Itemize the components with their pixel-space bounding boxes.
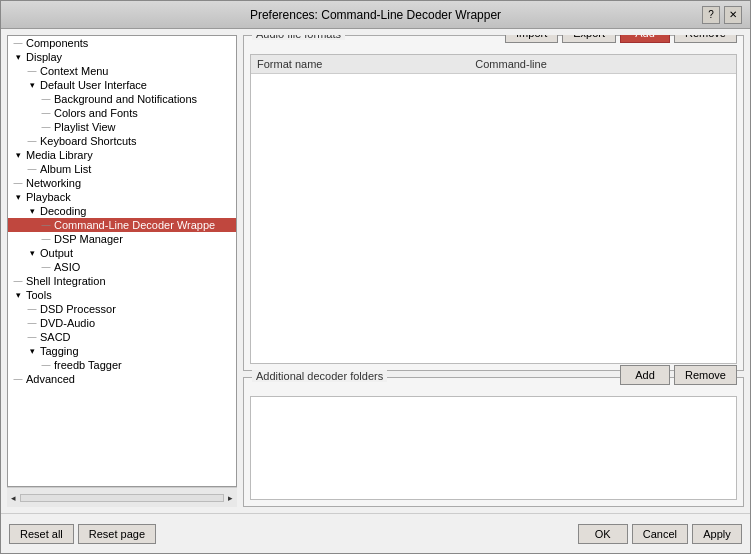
tree-item-playback[interactable]: ▾Playback (8, 190, 236, 204)
tree-item-decoding[interactable]: ▾Decoding (8, 204, 236, 218)
export-button[interactable]: Export (562, 35, 616, 43)
tree-label-dsp-manager: DSP Manager (54, 233, 123, 245)
col-command-line: Command-line (469, 55, 736, 74)
tree-item-dsp-manager[interactable]: —DSP Manager (8, 232, 236, 246)
tree-label-advanced: Advanced (26, 373, 75, 385)
help-button[interactable]: ? (702, 6, 720, 24)
remove-folder-button[interactable]: Remove (674, 365, 737, 385)
tree-item-colors-fonts[interactable]: —Colors and Fonts (8, 106, 236, 120)
tree-label-tools: Tools (26, 289, 52, 301)
tree-scroll-bar[interactable]: ◂ ▸ (7, 487, 237, 507)
remove-format-button[interactable]: Remove (674, 35, 737, 43)
audio-formats-toolbar: Import Export Add Remove (505, 35, 737, 43)
tree-label-colors-fonts: Colors and Fonts (54, 107, 138, 119)
tree-label-media-library: Media Library (26, 149, 93, 161)
tree-label-default-user-interface: Default User Interface (40, 79, 147, 91)
import-button[interactable]: Import (505, 35, 558, 43)
window-title: Preferences: Command-Line Decoder Wrappe… (49, 8, 702, 22)
right-panel: Audio file formats Import Export Add Rem… (243, 35, 744, 507)
tree-label-dsd-processor: DSD Processor (40, 303, 116, 315)
tree-label-background-notifications: Background and Notifications (54, 93, 197, 105)
tree-item-dvd-audio[interactable]: —DVD-Audio (8, 316, 236, 330)
tree-label-output: Output (40, 247, 73, 259)
tree-item-advanced[interactable]: —Advanced (8, 372, 236, 386)
preferences-window: Preferences: Command-Line Decoder Wrappe… (0, 0, 751, 554)
tree-item-components[interactable]: —Components (8, 36, 236, 50)
decoder-folders-list (250, 396, 737, 500)
apply-button[interactable]: Apply (692, 524, 742, 544)
close-button[interactable]: ✕ (724, 6, 742, 24)
tree-label-decoding: Decoding (40, 205, 86, 217)
tree-item-cmdline-decoder-wrapper[interactable]: —Command-Line Decoder Wrappe (8, 218, 236, 232)
tree-label-networking: Networking (26, 177, 81, 189)
bottom-bar: Reset all Reset page OK Cancel Apply (1, 513, 750, 553)
tree-label-dvd-audio: DVD-Audio (40, 317, 95, 329)
bottom-right-buttons: OK Cancel Apply (578, 524, 742, 544)
tree-label-album-list: Album List (40, 163, 91, 175)
tree-label-cmdline-decoder-wrapper: Command-Line Decoder Wrappe (54, 219, 215, 231)
scroll-right-arrow[interactable]: ▸ (226, 493, 235, 503)
tree-item-freedb-tagger[interactable]: —freedb Tagger (8, 358, 236, 372)
cancel-button[interactable]: Cancel (632, 524, 688, 544)
tree-item-tools[interactable]: ▾Tools (8, 288, 236, 302)
audio-formats-table: Format name Command-line (251, 55, 736, 74)
tree-label-components: Components (26, 37, 88, 49)
tree-label-shell-integration: Shell Integration (26, 275, 106, 287)
tree-item-media-library[interactable]: ▾Media Library (8, 148, 236, 162)
audio-formats-table-wrapper: Format name Command-line (250, 54, 737, 364)
ok-button[interactable]: OK (578, 524, 628, 544)
tree-item-context-menu[interactable]: —Context Menu (8, 64, 236, 78)
tree-item-dsd-processor[interactable]: —DSD Processor (8, 302, 236, 316)
scroll-left-arrow[interactable]: ◂ (9, 493, 18, 503)
tree-label-tagging: Tagging (40, 345, 79, 357)
tree-label-sacd: SACD (40, 331, 71, 343)
decoder-folders-label: Additional decoder folders (252, 370, 387, 382)
audio-formats-label: Audio file formats (252, 35, 345, 40)
title-bar: Preferences: Command-Line Decoder Wrappe… (1, 1, 750, 29)
tree-item-playlist-view[interactable]: —Playlist View (8, 120, 236, 134)
tree-item-shell-integration[interactable]: —Shell Integration (8, 274, 236, 288)
tree-item-background-notifications[interactable]: —Background and Notifications (8, 92, 236, 106)
tree-label-freedb-tagger: freedb Tagger (54, 359, 122, 371)
tree-label-asio: ASIO (54, 261, 80, 273)
decoder-folders-toolbar: Add Remove (620, 365, 737, 385)
tree-item-keyboard-shortcuts[interactable]: —Keyboard Shortcuts (8, 134, 236, 148)
tree-item-default-user-interface[interactable]: ▾Default User Interface (8, 78, 236, 92)
window-body: —Components▾Display—Context Menu▾Default… (1, 29, 750, 553)
title-buttons: ? ✕ (702, 6, 742, 24)
tree-item-asio[interactable]: —ASIO (8, 260, 236, 274)
reset-all-button[interactable]: Reset all (9, 524, 74, 544)
tree-label-playlist-view: Playlist View (54, 121, 116, 133)
tree-item-display[interactable]: ▾Display (8, 50, 236, 64)
bottom-left-buttons: Reset all Reset page (9, 524, 156, 544)
reset-page-button[interactable]: Reset page (78, 524, 156, 544)
tree-label-keyboard-shortcuts: Keyboard Shortcuts (40, 135, 137, 147)
tree-panel[interactable]: —Components▾Display—Context Menu▾Default… (7, 35, 237, 487)
tree-label-context-menu: Context Menu (40, 65, 108, 77)
add-format-button[interactable]: Add (620, 35, 670, 43)
tree-item-networking[interactable]: —Networking (8, 176, 236, 190)
tree-item-output[interactable]: ▾Output (8, 246, 236, 260)
main-content: —Components▾Display—Context Menu▾Default… (1, 29, 750, 513)
tree-label-playback: Playback (26, 191, 71, 203)
tree-label-display: Display (26, 51, 62, 63)
tree-item-sacd[interactable]: —SACD (8, 330, 236, 344)
add-folder-button[interactable]: Add (620, 365, 670, 385)
col-format-name: Format name (251, 55, 469, 74)
tree-item-album-list[interactable]: —Album List (8, 162, 236, 176)
tree-item-tagging[interactable]: ▾Tagging (8, 344, 236, 358)
